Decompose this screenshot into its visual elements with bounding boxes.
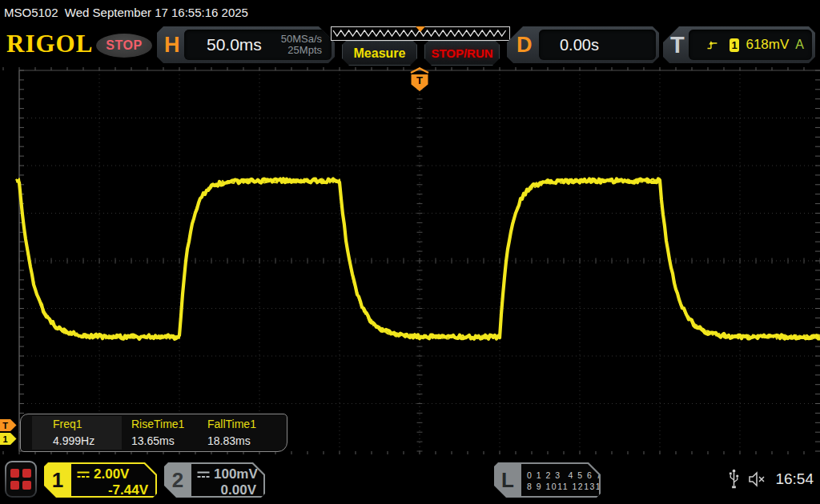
oscilloscope-screen: MSO5102 Wed September 17 16:55:16 2025 R… xyxy=(0,0,820,504)
menu-grid-icon xyxy=(6,462,35,496)
horizontal-label: H xyxy=(164,33,180,58)
measurement-item: RiseTime1 13.65ms xyxy=(131,418,208,447)
header-bar: RIGOL STOP H 50.0ms 50MSa/s 25Mpts Measu… xyxy=(0,24,820,67)
delay-inner: 0.00s xyxy=(539,30,656,60)
horizontal-settings-box[interactable]: H 50.0ms 50MSa/s 25Mpts xyxy=(157,26,335,63)
speaker-muted-icon xyxy=(748,471,767,487)
channel2-offset: 0.00V xyxy=(191,482,263,498)
stop-run-button-label: STOP/RUN xyxy=(431,46,492,60)
channel1-scale: 2.00V xyxy=(94,466,129,482)
menu-grid-button[interactable] xyxy=(5,461,37,498)
channel1-body: 2.00V -7.44V xyxy=(71,464,155,496)
trigger-level-marker[interactable]: T xyxy=(0,419,17,431)
usb-icon xyxy=(728,468,740,490)
trigger-label: T xyxy=(670,32,685,58)
dc-coupling-icon xyxy=(197,471,210,478)
trigger-level-letter: T xyxy=(2,421,8,430)
logic-row-bottom: 8 9 1011 12131415 xyxy=(521,481,599,492)
trigger-sweep-mode: A xyxy=(795,38,812,52)
sample-rate: 50MSa/s xyxy=(281,34,322,45)
model-and-datetime: MSO5102 Wed September 17 16:55:16 2025 xyxy=(0,6,248,19)
clock: 16:54 xyxy=(775,470,814,488)
overview-trigger-position-icon xyxy=(416,26,425,32)
trigger-slope-icon xyxy=(706,38,718,52)
acquisition-status-text: STOP xyxy=(106,38,142,53)
measurement-value: 13.65ms xyxy=(131,434,208,447)
channel1-ground-marker[interactable]: 1 xyxy=(0,433,17,445)
logic-label: L xyxy=(494,462,521,498)
dc-coupling-icon xyxy=(77,471,90,478)
trigger-level-value: 618mV xyxy=(746,37,789,53)
channel2-body: 100mV 0.00V xyxy=(191,464,263,496)
delay-value: 0.00s xyxy=(539,36,599,54)
logic-row-top: 0 1 2 3 4 5 6 7 xyxy=(521,470,599,481)
channel1-waveform-trace xyxy=(16,178,820,339)
delay-settings-box[interactable]: D 0.00s xyxy=(507,26,659,63)
measurement-label: FallTime1 xyxy=(207,418,284,430)
trigger-position-marker[interactable]: T xyxy=(411,69,428,92)
channel1-status-box[interactable]: 1 2.00V -7.44V xyxy=(44,462,157,498)
channel2-number: 2 xyxy=(164,462,191,498)
stop-run-button[interactable]: STOP/RUN xyxy=(424,41,500,66)
channel1-number: 1 xyxy=(44,462,71,498)
measurement-item: Freq1 4.999Hz xyxy=(53,418,130,447)
acquisition-status-badge: STOP xyxy=(96,34,152,58)
timebase-value: 50.0ms xyxy=(184,35,281,54)
graticule-grid xyxy=(3,67,820,454)
trigger-inner: 1 618mV A xyxy=(689,30,812,60)
sample-rate-block: 50MSa/s 25Mpts xyxy=(281,34,332,56)
title-bar: MSO5102 Wed September 17 16:55:16 2025 xyxy=(0,0,820,24)
logic-body: 0 1 2 3 4 5 6 7 8 9 1011 12131415 xyxy=(521,464,599,496)
trigger-settings-box[interactable]: T 1 618mV A xyxy=(663,26,815,63)
measurement-label: Freq1 xyxy=(53,418,130,430)
channel1-offset: -7.44V xyxy=(71,482,155,498)
channel2-status-box[interactable]: 2 100mV 0.00V xyxy=(164,462,265,498)
logic-channels-box[interactable]: L 0 1 2 3 4 5 6 7 8 9 1011 12131415 xyxy=(494,462,601,498)
delay-label: D xyxy=(517,33,533,58)
measure-button-label: Measure xyxy=(354,46,406,61)
waveform-overview-strip[interactable] xyxy=(331,26,510,41)
measurement-value: 4.999Hz xyxy=(53,434,130,447)
trigger-position-letter: T xyxy=(416,74,423,86)
horizontal-inner: 50.0ms 50MSa/s 25Mpts xyxy=(184,30,332,60)
memory-depth: 25Mpts xyxy=(281,45,322,56)
measurement-item: FallTime1 18.83ms xyxy=(207,418,284,447)
trigger-source-badge: 1 xyxy=(730,38,740,52)
channel2-scale: 100mV xyxy=(214,466,258,482)
bottom-bar: 1 2.00V -7.44V 2 xyxy=(0,454,820,504)
measurement-results-panel[interactable]: Freq1 4.999Hz RiseTime1 13.65ms FallTime… xyxy=(20,414,287,452)
measure-button[interactable]: Measure xyxy=(342,41,417,66)
waveform-display: T T 1 xyxy=(0,67,820,454)
rigol-logo: RIGOL xyxy=(6,30,93,58)
status-icons: 16:54 xyxy=(728,454,814,504)
channel1-flag-letter: 1 xyxy=(2,434,7,444)
measurement-label: RiseTime1 xyxy=(131,418,208,430)
measurement-value: 18.83ms xyxy=(207,434,284,447)
